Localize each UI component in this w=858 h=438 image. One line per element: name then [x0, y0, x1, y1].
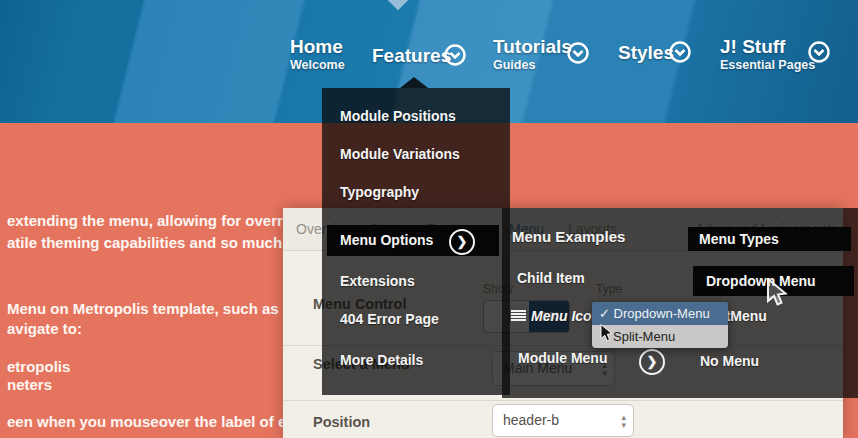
chevron-down-circle-icon[interactable] [808, 41, 830, 63]
mouse-cursor-highlight-icon [766, 278, 792, 308]
body-text-line: neters [7, 376, 52, 393]
menu-item-extensions[interactable]: Extensions [340, 273, 415, 289]
nav-label[interactable]: Features [372, 46, 451, 65]
menu-item-module-positions[interactable]: Module Positions [340, 108, 456, 124]
submenu-header-menu-examples: Menu Examples [512, 228, 625, 245]
nav-sublabel: Welcome [290, 58, 345, 72]
nav-sublabel: Essential Pages [720, 58, 815, 72]
chevron-down-circle-icon[interactable] [444, 44, 466, 66]
menu-item-child-item[interactable]: Child Item [517, 270, 585, 286]
body-text-line: avigate to: [7, 320, 82, 337]
nav-item-jstuff[interactable]: J! Stuff Essential Pages [720, 37, 815, 72]
body-text-line: een when you mouseover the label of each [7, 413, 312, 430]
menu-item-404-error-page[interactable]: 404 Error Page [340, 311, 439, 327]
menu-item-module-variations[interactable]: Module Variations [340, 146, 460, 162]
page: Home Welcome Features Tutorials Guides S… [0, 0, 858, 438]
chevron-down-circle-icon[interactable] [669, 41, 691, 63]
nav-item-styles[interactable]: Styles [618, 43, 674, 62]
menu-item-typography[interactable]: Typography [340, 184, 419, 200]
menu-item-label[interactable]: Dropdown Menu [706, 273, 816, 289]
menu-item-menu-icon[interactable]: Menu Icon [531, 308, 600, 324]
position-select[interactable]: header-b ▴▾ [492, 404, 634, 437]
menu-item-module-menu[interactable]: Module Menu [518, 350, 607, 366]
select-stepper-icon: ▴▾ [621, 413, 626, 429]
nav-item-tutorials[interactable]: Tutorials Guides [493, 37, 572, 72]
nav-sublabel: Guides [493, 58, 572, 72]
submenu-header-label: Menu Types [699, 231, 779, 247]
mouse-cursor-icon [600, 324, 616, 344]
body-text-line: Menu on Metropolis template, such as [7, 300, 279, 317]
row-divider [283, 400, 843, 401]
nav-label[interactable]: Styles [618, 43, 674, 62]
nav-item-home[interactable]: Home Welcome [290, 37, 345, 72]
submenu-arrow-icon: ❯ [639, 349, 665, 375]
body-text-line-bold: etropolis [7, 358, 70, 375]
nav-label[interactable]: J! Stuff [720, 37, 815, 56]
menu-item-more-details[interactable]: More Details [340, 352, 423, 368]
menu-item-label[interactable]: Menu Options [340, 232, 433, 248]
nav-item-features[interactable]: Features [372, 46, 451, 65]
position-select-value: header-b [493, 412, 559, 428]
nav-label[interactable]: Home [290, 37, 345, 56]
submenu-arrow-icon: ❯ [449, 229, 475, 255]
body-text-line: extending the menu, allowing for overrid… [7, 212, 313, 229]
menu-item-no-menu[interactable]: No Menu [700, 353, 759, 369]
menu-list-icon [511, 310, 526, 322]
popup-option-dropdown-menu-selected[interactable]: ✓ Dropdown-Menu [592, 302, 728, 325]
submenu-header-menu-types: Menu Types [688, 227, 851, 251]
chevron-down-circle-icon[interactable] [567, 42, 589, 64]
body-text-line: atile theming capabilities and so much [7, 234, 282, 251]
nav-label[interactable]: Tutorials [493, 37, 572, 56]
position-label: Position [313, 414, 370, 430]
